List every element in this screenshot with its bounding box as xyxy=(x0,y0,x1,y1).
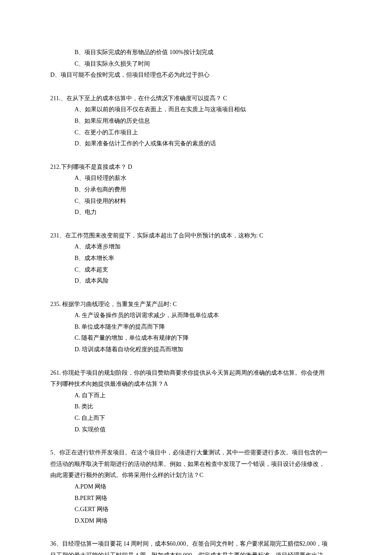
option-c: C. 自上而下 xyxy=(50,413,342,424)
question-stem-line2: 目工期的最大可能的赶工时间是 4 周，附加成本$9,000。假定成本是主要的衡量… xyxy=(50,550,342,555)
question-231: 231、在工作范围未改变前提下，实际成本超出了合同中所预计的成本，这称为: C … xyxy=(50,230,342,287)
question-261: 261. 你现处于项目的规划阶段，你的项目赞助商要求你提供从今天算起两周的准确的… xyxy=(50,367,342,436)
option-c: C、项目使用的材料 xyxy=(50,196,342,207)
question-36: 36、目经理估算一项目要花 14 周时间，成本$60,000。在签合同文件时，客… xyxy=(50,538,342,555)
option-a: A、项目经理的薪水 xyxy=(50,173,342,184)
option-b: B、如果应用准确的历史信息 xyxy=(50,116,342,127)
question-stem-line1: 5、你正在进行软件开发项目。在这个项目中，必须进行大量测试，其中一些需要进行多次… xyxy=(50,447,342,459)
question-stem-line1: 261. 你现处于项目的规划阶段，你的项目赞助商要求你提供从今天算起两周的准确的… xyxy=(50,367,342,379)
option-b: B、分承包商的费用 xyxy=(50,184,342,196)
option-c: C、成本超支 xyxy=(50,264,342,276)
option-a: A. 自下而上 xyxy=(50,390,342,402)
question-211: 211.、在从下至上的成本估算中，在什么情况下准确度可以提高？ C A、如果以前… xyxy=(50,93,342,150)
option-a: A、成本逐步增加 xyxy=(50,241,342,253)
option-d: D. 培训成本随着自动化程度的提高而增加 xyxy=(50,344,342,356)
option-d: D.XDM 网络 xyxy=(50,515,342,527)
option-d: D、如果准备估计工作的个人或集体有完备的素质的话 xyxy=(50,138,342,150)
question-stem: 211.、在从下至上的成本估算中，在什么情况下准确度可以提高？ C xyxy=(50,93,342,104)
option-a: A. 生产设备操作员的培训需求减少，从而降低单位成本 xyxy=(50,310,342,321)
option-b: B、成本增长率 xyxy=(50,253,342,264)
option-c: C、在更小的工作项目上 xyxy=(50,127,342,139)
option-a: A.PDM 网络 xyxy=(50,481,342,493)
option-c: C、项目实际永久损失了时间 xyxy=(50,58,342,70)
option-b: B.PERT 网络 xyxy=(50,493,342,504)
question-stem: 231、在工作范围未改变前提下，实际成本超出了合同中所预计的成本，这称为: C xyxy=(50,230,342,242)
document-page: B、项目实际完成的有形物品的价值 100%按计划完成 C、项目实际永久损失了时间… xyxy=(0,0,392,555)
question-stem-line2: 些活动的顺序取决于前期进行的活动的结果。例如，如果在检查中发现了一个错误，项目设… xyxy=(50,459,342,470)
option-b: B. 类比 xyxy=(50,401,342,413)
option-b: B. 单位成本随生产率的提高而下降 xyxy=(50,321,342,333)
question-5: 5、你正在进行软件开发项目。在这个项目中，必须进行大量测试，其中一些需要进行多次… xyxy=(50,447,342,526)
question-stem: 235. 根据学习曲线理论，当重复生产某产品时: C xyxy=(50,299,342,310)
option-d: D、电力 xyxy=(50,207,342,218)
question-stem-line3: 由此需要进行额外的测试。你将采用什么样的计划方法？C xyxy=(50,470,342,481)
option-c: C. 随着产量的增加，单位成本有规律的下降 xyxy=(50,332,342,344)
question-235: 235. 根据学习曲线理论，当重复生产某产品时: C A. 生产设备操作员的培训… xyxy=(50,299,342,356)
option-d: D. 实现价值 xyxy=(50,424,342,436)
option-d: D、项目可能不会按时完成，但项目经理也不必为此过于担心 xyxy=(50,69,342,81)
option-d: D、成本风险 xyxy=(50,275,342,287)
option-c: C.GERT 网络 xyxy=(50,504,342,515)
question-stem-line2: 下列哪种技术向她提供最准确的成本估算？A xyxy=(50,379,342,390)
option-a: A、如果以前的项目不仅在表面上，而且在实质上与这项项目相似 xyxy=(50,104,342,116)
option-b: B、项目实际完成的有形物品的价值 100%按计划完成 xyxy=(50,47,342,58)
question-212: 212.下列哪项不是直接成本？ D A、项目经理的薪水 B、分承包商的费用 C、… xyxy=(50,162,342,218)
question-stem-line1: 36、目经理估算一项目要花 14 周时间，成本$60,000。在签合同文件时，客… xyxy=(50,538,342,550)
question-intro-fragment: B、项目实际完成的有形物品的价值 100%按计划完成 C、项目实际永久损失了时间… xyxy=(50,47,342,81)
question-stem: 212.下列哪项不是直接成本？ D xyxy=(50,162,342,173)
